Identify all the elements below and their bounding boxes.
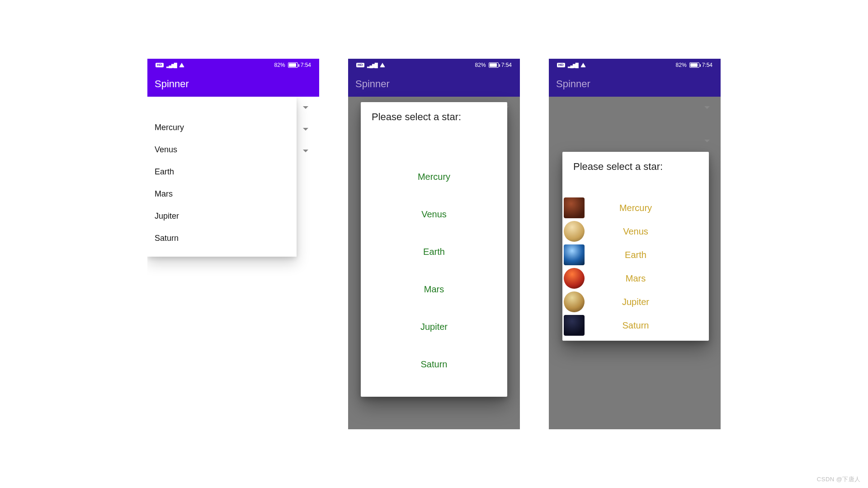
app-bar-title: Spinner <box>556 78 590 90</box>
hd-icon: HD <box>356 63 364 67</box>
select-dialog-with-icons: Please select a star: MercuryVenusEarthM… <box>562 152 709 341</box>
chevron-down-icon <box>704 140 710 142</box>
select-dialog: Please select a star: Mercury Venus Eart… <box>361 102 507 397</box>
wifi-icon <box>580 63 586 67</box>
status-bar: HD ▂▄▆█ 82% 7:54 <box>348 59 520 71</box>
wifi-icon <box>380 63 385 67</box>
planet-icon <box>564 315 585 336</box>
dialog-option[interactable]: Venus <box>361 196 507 233</box>
clock: 7:54 <box>702 62 712 68</box>
dialog-option[interactable]: Venus <box>562 220 709 243</box>
dialog-option-label: Saturn <box>586 320 709 331</box>
dialog-option-label: Venus <box>586 226 709 237</box>
dropdown-item[interactable]: Venus <box>147 139 297 161</box>
dialog-option-label: Mars <box>586 273 709 284</box>
signal-icon: ▂▄▆█ <box>367 63 377 68</box>
signal-icon: ▂▄▆█ <box>166 63 176 68</box>
dropdown-item[interactable]: Mars <box>147 183 297 205</box>
dropdown-popup: Mercury Venus Earth Mars Jupiter Saturn <box>147 97 297 257</box>
dialog-option-label: Earth <box>586 250 709 260</box>
status-bar: HD ▂▄▆█ 82% 7:54 <box>549 59 721 71</box>
dialog-option[interactable]: Jupiter <box>562 290 709 314</box>
phone-screen-1: HD ▂▄▆█ 82% 7:54 Spinner Mercury Venus E… <box>147 59 319 429</box>
dialog-option[interactable]: Saturn <box>562 314 709 337</box>
dialog-option[interactable]: Saturn <box>361 346 507 383</box>
dialog-option-label: Jupiter <box>586 297 709 307</box>
wifi-icon <box>179 63 184 67</box>
planet-icon <box>564 268 585 289</box>
hd-icon: HD <box>156 63 164 67</box>
hd-icon: HD <box>557 63 565 67</box>
app-bar: Spinner <box>348 71 520 97</box>
dialog-title: Please select a star: <box>361 102 507 127</box>
watermark: CSDN @下唐人 <box>817 475 861 483</box>
dialog-option[interactable]: Mercury <box>562 196 709 220</box>
planet-thumbnail <box>562 243 586 267</box>
dialog-option[interactable]: Jupiter <box>361 308 507 346</box>
chevron-down-icon <box>303 150 308 152</box>
planet-icon <box>564 197 585 218</box>
battery-percent: 82% <box>274 62 285 68</box>
dialog-option[interactable]: Earth <box>562 243 709 267</box>
chevron-down-icon <box>704 106 710 109</box>
clock: 7:54 <box>501 62 512 68</box>
phone-screen-2: HD ▂▄▆█ 82% 7:54 Spinner Please select a… <box>348 59 520 429</box>
planet-thumbnail <box>562 314 586 337</box>
dropdown-item[interactable]: Saturn <box>147 227 297 249</box>
battery-icon <box>489 62 499 68</box>
battery-percent: 82% <box>475 62 486 68</box>
dropdown-item[interactable]: Jupiter <box>147 205 297 227</box>
app-bar: Spinner <box>549 71 721 97</box>
phone-screen-3: HD ▂▄▆█ 82% 7:54 Spinner Please select a… <box>549 59 721 429</box>
dialog-option[interactable]: Earth <box>361 233 507 271</box>
dialog-option[interactable]: Mars <box>562 267 709 290</box>
app-bar-title: Spinner <box>355 78 390 90</box>
clock: 7:54 <box>301 62 311 68</box>
planet-icon <box>564 221 585 242</box>
planet-thumbnail <box>562 267 586 290</box>
app-bar: Spinner <box>147 71 319 97</box>
planet-thumbnail <box>562 290 586 314</box>
planet-icon <box>564 244 585 265</box>
planet-thumbnail <box>562 196 586 220</box>
dropdown-item[interactable]: Mercury <box>147 117 297 139</box>
three-phone-comparison: HD ▂▄▆█ 82% 7:54 Spinner Mercury Venus E… <box>147 59 721 429</box>
battery-percent: 82% <box>676 62 687 68</box>
dialog-title: Please select a star: <box>562 152 709 176</box>
battery-icon <box>689 62 699 68</box>
signal-icon: ▂▄▆█ <box>568 63 578 68</box>
app-bar-title: Spinner <box>155 78 189 90</box>
dialog-option-label: Mercury <box>586 203 709 213</box>
planet-thumbnail <box>562 220 586 243</box>
status-bar: HD ▂▄▆█ 82% 7:54 <box>147 59 319 71</box>
battery-icon <box>288 62 298 68</box>
dialog-option[interactable]: Mars <box>361 271 507 308</box>
dropdown-item[interactable]: Earth <box>147 161 297 183</box>
dialog-option[interactable]: Mercury <box>361 158 507 196</box>
spinner-field <box>549 97 721 118</box>
chevron-down-icon <box>303 106 308 109</box>
chevron-down-icon <box>303 128 308 131</box>
planet-icon <box>564 291 585 312</box>
